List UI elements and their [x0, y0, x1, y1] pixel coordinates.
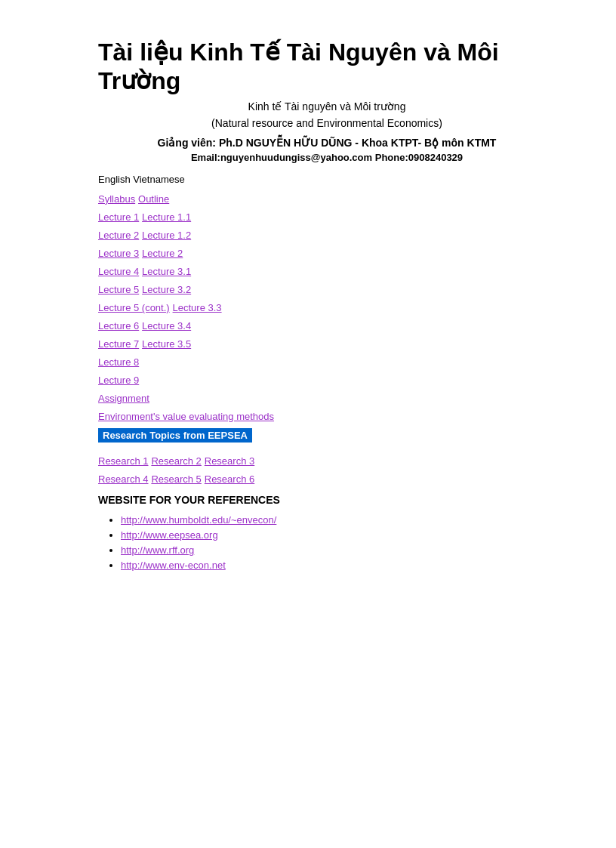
website-heading: WEBSITE FOR YOUR REFERENCES [98, 494, 556, 506]
instructor-info: Giảng viên: Ph.D NGUYỄN HỮU DŨNG - Khoa … [98, 137, 556, 149]
link-en[interactable]: Lecture 5 (cont.) [98, 302, 170, 313]
link-en[interactable]: Assignment [98, 393, 149, 404]
lang-label: English Vietnamese [98, 174, 556, 185]
link-en[interactable]: Lecture 2 [98, 230, 139, 241]
link-row: Lecture 9 [98, 374, 556, 386]
research-row-1: Research 1 Research 2 Research 3 [98, 455, 556, 467]
link-row: Lecture 1 Lecture 1.1 [98, 211, 556, 223]
link-row: Lecture 5 (cont.) Lecture 3.3 [98, 301, 556, 313]
link-vn[interactable]: Lecture 3.2 [142, 284, 191, 295]
links-list: Syllabus OutlineLecture 1 Lecture 1.1Lec… [98, 193, 556, 422]
research-link-research-6[interactable]: Research 6 [205, 473, 254, 485]
link-en[interactable]: Lecture 8 [98, 356, 139, 368]
website-link-item: http://www.humboldt.edu/~envecon/ [121, 513, 556, 526]
website-link[interactable]: http://www.eepsea.org [121, 529, 218, 541]
research-link-research-2[interactable]: Research 2 [151, 455, 201, 467]
link-row: Syllabus Outline [98, 193, 556, 205]
link-en[interactable]: Lecture 1 [98, 211, 139, 223]
subtitle-vn: Kinh tế Tài nguyên và Môi trường [98, 100, 556, 113]
research-highlight-label: Research Topics from EEPSEA [98, 428, 252, 443]
subtitle-en: (Natural resource and Environmental Econ… [98, 117, 556, 129]
link-en[interactable]: Lecture 5 [98, 284, 139, 295]
website-links-list: http://www.humboldt.edu/~envecon/ http:/… [98, 513, 556, 571]
website-link[interactable]: http://www.humboldt.edu/~envecon/ [121, 514, 276, 526]
link-row: Lecture 5 Lecture 3.2 [98, 283, 556, 295]
research-link-research-1[interactable]: Research 1 [98, 455, 148, 467]
page-title: Tài liệu Kinh Tế Tài Nguyên và Môi Trườn… [98, 38, 556, 96]
website-link-item: http://www.env-econ.net [121, 559, 556, 571]
link-row: Lecture 3 Lecture 2 [98, 247, 556, 259]
website-section: WEBSITE FOR YOUR REFERENCES http://www.h… [98, 494, 556, 571]
link-row: Lecture 2 Lecture 1.2 [98, 229, 556, 241]
link-row: Lecture 7 Lecture 3.5 [98, 338, 556, 350]
link-vn[interactable]: Outline [138, 193, 169, 205]
website-link-item: http://www.eepsea.org [121, 529, 556, 541]
email-info: Email:nguyenhuudungiss@yahoo.com Phone:0… [98, 152, 556, 163]
link-en[interactable]: Syllabus [98, 193, 135, 205]
link-en[interactable]: Lecture 7 [98, 338, 139, 350]
research-row-2: Research 4 Research 5 Research 6 [98, 473, 556, 485]
link-en[interactable]: Lecture 9 [98, 375, 139, 386]
link-vn[interactable]: Lecture 3.5 [142, 338, 191, 350]
link-vn[interactable]: Lecture 1.1 [142, 211, 191, 223]
link-en[interactable]: Lecture 4 [98, 266, 139, 277]
research-link-research-3[interactable]: Research 3 [205, 455, 254, 467]
link-en[interactable]: Environment's value evaluating methods [98, 411, 274, 422]
link-vn[interactable]: Lecture 2 [142, 248, 183, 259]
website-link-item: http://www.rff.org [121, 544, 556, 556]
link-row: Lecture 4 Lecture 3.1 [98, 265, 556, 277]
link-row: Assignment [98, 392, 556, 404]
link-row: Lecture 6 Lecture 3.4 [98, 319, 556, 331]
website-link[interactable]: http://www.rff.org [121, 544, 194, 556]
research-link-research-4[interactable]: Research 4 [98, 473, 148, 485]
link-vn[interactable]: Lecture 3.4 [142, 320, 191, 331]
research-section: Research Topics from EEPSEA Research 1 R… [98, 428, 556, 485]
link-vn[interactable]: Lecture 1.2 [142, 230, 191, 241]
link-vn[interactable]: Lecture 3.3 [173, 302, 222, 313]
research-link-research-5[interactable]: Research 5 [151, 473, 201, 485]
link-row: Lecture 8 [98, 356, 556, 368]
link-en[interactable]: Lecture 6 [98, 320, 139, 331]
website-link[interactable]: http://www.env-econ.net [121, 560, 226, 571]
link-vn[interactable]: Lecture 3.1 [142, 266, 191, 277]
link-en[interactable]: Lecture 3 [98, 248, 139, 259]
link-row: Environment's value evaluating methods [98, 410, 556, 422]
